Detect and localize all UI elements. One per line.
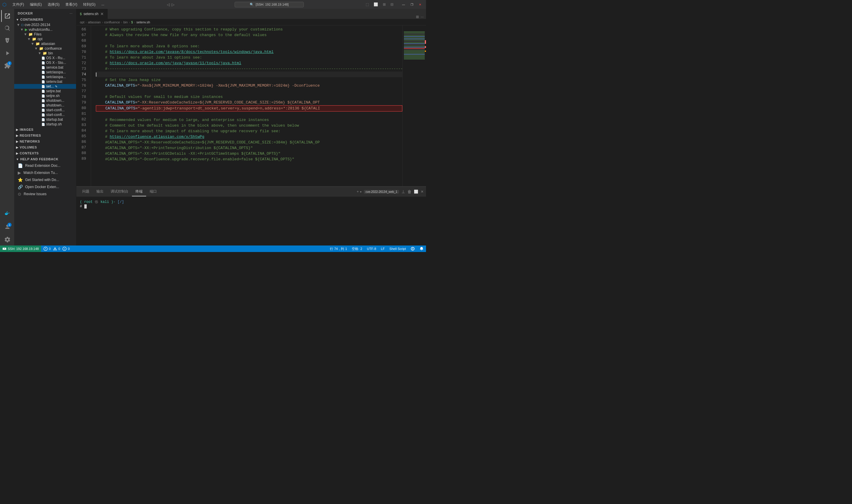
sidebar-item-cve[interactable]: ▼ □ cve-2022-26134 xyxy=(14,22,76,27)
sidebar-item-bin[interactable]: ▼ 📁 bin xyxy=(14,51,76,56)
help-item-read-docs[interactable]: 📄 Read Extension Doc... xyxy=(14,162,76,169)
new-terminal-icon[interactable]: + xyxy=(357,190,359,194)
search-activity-icon[interactable] xyxy=(1,22,13,34)
breadcrumb-dollar[interactable]: $ xyxy=(131,20,133,24)
networks-chevron: ▶ xyxy=(16,140,19,143)
status-spaces[interactable]: 空格: 2 xyxy=(349,247,364,251)
menu-edit[interactable]: 编辑(E) xyxy=(28,1,44,8)
panel-tab-terminal[interactable]: 终端 xyxy=(132,187,146,196)
layout-icon-1[interactable]: ⬚ xyxy=(364,1,371,8)
networks-section-header[interactable]: ▶ NETWORKS xyxy=(14,139,76,144)
more-actions-icon[interactable]: ··· xyxy=(421,15,424,19)
status-language[interactable]: Shell Script xyxy=(387,247,408,251)
layout-icon-3[interactable]: ⊞ xyxy=(381,1,387,8)
tab-setenv-sh[interactable]: $ setenv.sh ✕ xyxy=(76,9,108,19)
help-item-watch-tutorial[interactable]: ▶ Watch Extension Tu... xyxy=(14,169,76,176)
layout-icon-2[interactable]: ⬜ xyxy=(372,1,380,8)
status-line-ending[interactable]: LF xyxy=(379,247,387,251)
search-bar[interactable]: 🔍[SSH: 192.168.19.148] xyxy=(235,2,304,7)
status-encoding[interactable]: UTF-8 xyxy=(364,247,378,251)
images-section-header[interactable]: ▶ IMAGES xyxy=(14,127,76,132)
menu-selection[interactable]: 选择(S) xyxy=(45,1,62,8)
maximize-button[interactable]: ❐ xyxy=(408,2,415,7)
maximize-panel-icon[interactable]: ⬜ xyxy=(414,190,418,194)
split-terminal-icon[interactable]: ⊥ xyxy=(401,189,405,194)
panel-tab-output[interactable]: 输出 xyxy=(93,187,107,196)
panel-tab-ports[interactable]: 端口 xyxy=(146,187,160,196)
back-button[interactable]: ◁ xyxy=(167,2,170,7)
menu-bar: 文件(F) 编辑(E) 选择(S) 查看(V) 转到(G) ... xyxy=(10,1,107,8)
help-item-get-started[interactable]: ⭐ Get Started with Do... xyxy=(14,176,76,183)
menu-more[interactable]: ... xyxy=(99,1,107,8)
breadcrumb-bin[interactable]: bin xyxy=(123,20,128,24)
minimize-button[interactable]: — xyxy=(400,2,407,7)
sidebar-item-osx-ru[interactable]: 📄 OS X - Ru... xyxy=(14,56,76,60)
kill-terminal-icon[interactable]: 🗑 xyxy=(407,189,412,194)
menu-goto[interactable]: 转到(G) xyxy=(81,1,97,8)
extensions-activity-icon[interactable]: 2 xyxy=(1,60,13,72)
docker-activity-icon[interactable] xyxy=(1,208,13,219)
sidebar-more-icon[interactable]: ··· xyxy=(70,11,72,15)
sidebar: DOCKER ··· ▼ CONTAINERS ▼ □ cve-2022-261… xyxy=(14,9,76,246)
status-feedback[interactable] xyxy=(408,247,417,251)
status-line-col[interactable]: 行 74 , 列 1 xyxy=(327,247,350,251)
sidebar-item-osx-sto[interactable]: 📄 OS X - Sto... xyxy=(14,60,76,65)
sidebar-item-files[interactable]: ▼ 📁 Files xyxy=(14,32,76,37)
split-editor-icon[interactable]: ⊞ xyxy=(416,15,419,19)
sidebar-item-setjre-bat[interactable]: 📄 setjre.bat xyxy=(14,89,76,93)
sidebar-item-shutdown2[interactable]: 📄 shutdown... xyxy=(14,103,76,108)
sidebar-item-service-bat[interactable]: 📄 service.bat xyxy=(14,65,76,70)
contexts-section-header[interactable]: ▶ CONTEXTS xyxy=(14,150,76,156)
sidebar-item-start-confl2[interactable]: 📄 start-confl... xyxy=(14,112,76,117)
sidebar-item-setenv-bat[interactable]: 📄 setenv.bat xyxy=(14,79,76,84)
breadcrumb-opt[interactable]: opt xyxy=(80,20,84,24)
close-panel-icon[interactable]: ✕ xyxy=(421,190,424,194)
files-label: Files xyxy=(34,32,41,36)
status-errors[interactable]: 0 0 0 xyxy=(41,246,72,252)
sidebar-item-shutdown1[interactable]: 📄 shutdown... xyxy=(14,98,76,103)
menu-view[interactable]: 查看(V) xyxy=(63,1,79,8)
help-item-open-docker[interactable]: 🔗 Open Docker Exten... xyxy=(14,183,76,191)
sidebar-item-opt[interactable]: ▼ 📁 opt xyxy=(14,37,76,41)
sidebar-item-setclasspa2[interactable]: 📄 setclasspa... xyxy=(14,74,76,79)
editor[interactable]: 66 67 68 69 70 71 72 73 74 75 76 77 78 7… xyxy=(76,25,426,186)
panel-tab-problems[interactable]: 问题 xyxy=(79,187,93,196)
code-editor[interactable]: # When upgrading Confluence, copy this s… xyxy=(91,25,402,186)
title-bar: ⬡ 文件(F) 编辑(E) 选择(S) 查看(V) 转到(G) ... ◁ ▷ … xyxy=(0,0,426,9)
terminal[interactable]: ( root ㉿ kali )- [/] # xyxy=(76,197,426,246)
sidebar-item-atlassian[interactable]: ▼ 📁 atlassian xyxy=(14,41,76,46)
sidebar-item-confluence[interactable]: ▼ 📁 confluence xyxy=(14,46,76,51)
close-button[interactable]: ✕ xyxy=(417,2,424,7)
git-activity-icon[interactable] xyxy=(1,35,13,47)
sidebar-item-vulhub[interactable]: ▼ ▶ vulhub/conflu... xyxy=(14,27,76,32)
breadcrumb-file[interactable]: setenv.sh xyxy=(137,20,150,24)
sidebar-item-startup-sh[interactable]: 📄 startup.sh xyxy=(14,122,76,127)
help-item-review-issues[interactable]: ⊙ Review Issues xyxy=(14,191,76,198)
layout-icon-4[interactable]: ⊟ xyxy=(389,1,395,8)
sidebar-actions: ··· xyxy=(70,11,72,15)
volumes-section-header[interactable]: ▶ VOLUMES xyxy=(14,144,76,150)
tab-close-button[interactable]: ✕ xyxy=(100,12,104,16)
status-ssh[interactable]: SSH: 192.168.19.148 xyxy=(0,246,41,252)
account-activity-icon[interactable]: 1 xyxy=(1,221,13,233)
help-section-header[interactable]: ▼ HELP AND FEEDBACK xyxy=(14,156,76,162)
sidebar-title: DOCKER xyxy=(18,12,33,15)
forward-button[interactable]: ▷ xyxy=(171,2,175,7)
containers-section-header[interactable]: ▼ CONTAINERS xyxy=(14,17,76,22)
sidebar-item-setjre-sh[interactable]: 📄 setjre.sh xyxy=(14,93,76,98)
panel-tab-debug[interactable]: 调试控制台 xyxy=(107,187,132,196)
account-badge: 1 xyxy=(7,223,12,227)
sidebar-item-start-confl1[interactable]: 📄 start-confl... xyxy=(14,108,76,112)
menu-file[interactable]: 文件(F) xyxy=(10,1,26,8)
breadcrumb-atlassian[interactable]: atlassian xyxy=(88,20,101,24)
explorer-icon[interactable] xyxy=(1,10,13,22)
status-bell[interactable] xyxy=(417,247,426,251)
terminal-chevron[interactable]: ▾ xyxy=(360,190,362,194)
sidebar-item-startup-bat[interactable]: 📄 startup.bat xyxy=(14,117,76,122)
settings-activity-icon[interactable] xyxy=(1,234,13,246)
sidebar-item-setenv-sh[interactable]: 📄 set... ✎ xyxy=(14,84,76,89)
sidebar-item-setclasspa1[interactable]: 📄 setclasspa... xyxy=(14,70,76,74)
breadcrumb-confluence[interactable]: confluence xyxy=(104,20,120,24)
run-activity-icon[interactable] xyxy=(1,47,13,59)
registries-section-header[interactable]: ▶ REGISTRIES xyxy=(14,132,76,139)
